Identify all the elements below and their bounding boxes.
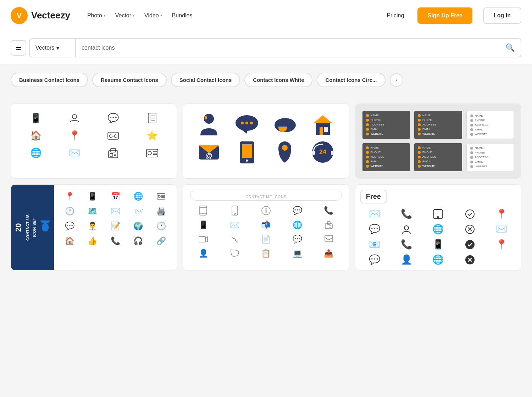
svg-text:i: i [265,208,266,213]
card-business-contact-icons[interactable]: 📱 💬 🏠 📍 [11,104,177,179]
sm-icon-thumbsup: 👍 [84,236,101,246]
svg-point-41 [282,145,288,151]
svg-point-25 [245,122,248,124]
svg-point-26 [250,122,253,124]
login-button[interactable]: Log In [483,7,521,24]
search-type-chevron: ▾ [56,45,59,51]
sidebar-person-icon: 👤 [39,220,51,232]
cm-icon-chat: 💬 [284,206,310,216]
free-icon-tablet-outline [425,208,452,219]
free-icon-check-filled [456,239,483,250]
svg-rect-65 [434,209,442,219]
cm-icon-info: i [253,206,279,216]
sm-icon-world: 🌍 [129,222,146,231]
free-icon-globe-outline: 🌐 [425,224,452,235]
search-button[interactable]: 🔍 [500,43,521,52]
logo-icon: V [11,7,28,24]
card-20-contact-icon-set[interactable]: 20 CONTACT US ICON SET 👤 📍 📱 📅 🌐 [11,184,177,270]
contact-list-dark-1: NAME PHONE ADDRESS EMAIL WEBSITE [362,111,410,139]
nav-video-chevron: ▾ [160,13,162,17]
logo-name: Vecteezy [31,10,70,21]
cm-icon-share [315,235,342,244]
free-icon-tablet-filled: 📱 [425,239,452,250]
free-icon-check-circle-outline [456,208,483,219]
cm-icon-message: 💬 [284,235,310,244]
header: V Vecteezy Photo ▾ Vector ▾ Video ▾ Bund… [0,0,532,31]
svg-point-66 [437,217,439,218]
card-flat-contact-icons[interactable]: @ [183,104,349,179]
sm-icon-link: 🔗 [153,236,170,246]
cm-icon-mail2: 📤 [315,249,342,258]
free-icon-user-outline [393,224,420,235]
svg-point-7 [109,135,112,138]
results-grid: 📱 💬 🏠 📍 [0,95,532,279]
tag-social[interactable]: Social Contact Icons [171,73,240,87]
tag-white[interactable]: Contact Icons White [244,73,312,87]
search-input[interactable] [76,45,500,51]
search-box: Vectors ▾ 🔍 [29,38,521,57]
free-icon-chat-filled: 💬 [361,224,388,235]
sm-icon-edit: 📝 [107,222,124,231]
sm-icon-support: 👨‍💼 [84,222,101,231]
cm-icon-phone2: 📱 [190,220,216,230]
icon-star: ⭐ [136,130,168,141]
sm-icon-clock: 🕐 [61,207,78,216]
logo[interactable]: V Vecteezy [11,7,70,24]
cm-icon-mail: ✉️ [222,220,248,230]
card-free-contact-icons[interactable]: Free ✉️ 📞 📍 💬 [355,184,521,270]
signup-button[interactable]: Sign Up Free [417,7,472,24]
svg-point-0 [72,114,77,119]
svg-text:24: 24 [319,149,326,156]
free-icon-x-circle-outline [456,224,483,235]
sm-icon-mobile: 📱 [84,192,101,201]
contact-list-light-2: NAME PHONE ADDRESS EMAIL WEBSITE [466,143,514,171]
filter-icon: ⚌ [16,44,21,52]
svg-point-67 [466,210,474,218]
card-contact-icons-white[interactable]: NAME PHONE ADDRESS EMAIL WEBSITE NAME PH… [355,104,521,179]
cm-icon-video [190,235,216,244]
tag-circle[interactable]: Contact Icons Circ... [317,73,385,87]
nav-photo[interactable]: Photo ▾ [87,12,105,19]
tags-more-button[interactable]: › [390,73,403,87]
filter-button[interactable]: ⚌ [11,40,26,56]
nav-video[interactable]: Video ▾ [144,12,162,19]
tag-business[interactable]: Business Contact Icons [11,73,88,87]
cm-icon-laptop: 💻 [284,249,310,258]
search-type-dropdown[interactable]: Vectors ▾ [30,39,76,57]
sm-icon-calendar: 📅 [107,192,124,201]
icon-cassette [97,130,129,141]
svg-marker-30 [313,115,333,123]
svg-point-55 [234,213,235,214]
svg-rect-12 [110,153,113,156]
svg-rect-62 [199,236,205,242]
cm-icon-tablet [190,206,216,216]
icon-home: 🏠 [20,130,52,141]
nav-vector[interactable]: Vector ▾ [115,12,134,19]
tag-resume[interactable]: Resume Contact Icons [92,73,167,87]
card-contact-me-icons[interactable]: · CONTACT ME ICONS · i [183,184,349,270]
icon-phone: 📱 [20,112,52,124]
svg-rect-54 [232,206,238,215]
free-icon-location-outline: 📍 [488,208,515,219]
icon-chat: 💬 [97,112,129,124]
sm-icon-comment: 💬 [61,222,78,231]
svg-point-16 [148,151,151,155]
cm-icon-document: 📄 [253,235,279,244]
sm-icon-envelope: 📨 [129,207,146,216]
card-sidebar: 20 CONTACT US ICON SET 👤 [11,185,54,270]
free-icon-x-filled [456,254,483,265]
svg-point-24 [241,122,244,124]
svg-marker-63 [205,237,207,242]
pricing-button[interactable]: Pricing [384,12,407,19]
icon-notebook [136,112,168,124]
sm-icon-headset: 🎧 [129,236,146,246]
svg-rect-59 [327,222,330,224]
svg-rect-33 [324,127,328,132]
nav-bundles[interactable]: Bundles [172,12,193,19]
contact-list-light-1: NAME PHONE ADDRESS EMAIL WEBSITE [466,111,514,139]
icon-user [58,112,90,124]
svg-point-8 [114,135,117,138]
main-nav: Photo ▾ Vector ▾ Video ▾ Bundles [87,12,193,19]
free-icon-phone2-filled: 📞 [393,239,420,250]
cm-icon-phone [222,206,248,216]
